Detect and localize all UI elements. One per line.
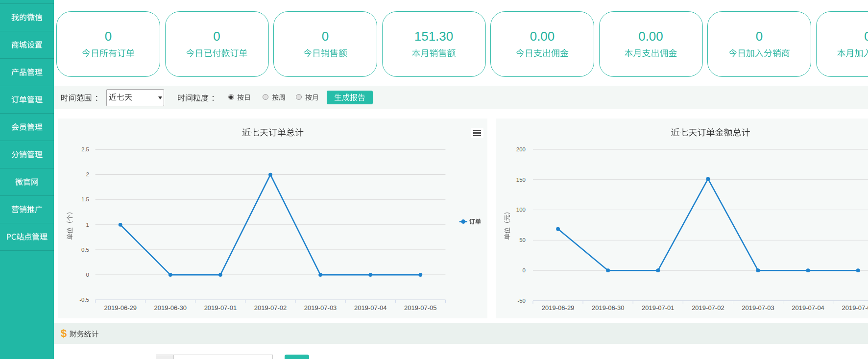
svg-text:-0.5: -0.5 (79, 297, 89, 303)
svg-text:2: 2 (86, 171, 89, 177)
svg-text:1.5: 1.5 (81, 196, 89, 202)
svg-text:150: 150 (516, 177, 526, 183)
svg-text:2019-07-01: 2019-07-01 (642, 304, 675, 311)
svg-text:2019-07-05: 2019-07-05 (842, 304, 868, 311)
svg-text:2019-07-05: 2019-07-05 (404, 304, 437, 311)
svg-text:2.5: 2.5 (81, 146, 89, 152)
svg-text:0: 0 (523, 267, 526, 273)
svg-text:50: 50 (519, 237, 526, 243)
svg-text:2019-07-04: 2019-07-04 (792, 304, 824, 311)
svg-text:2019-07-04: 2019-07-04 (354, 304, 387, 311)
svg-text:2019-06-29: 2019-06-29 (542, 304, 575, 311)
svg-text:2019-06-29: 2019-06-29 (104, 304, 137, 311)
svg-text:100: 100 (516, 207, 526, 213)
svg-text:2019-07-01: 2019-07-01 (204, 304, 237, 311)
svg-text:0.5: 0.5 (81, 247, 89, 253)
svg-text:200: 200 (516, 146, 526, 152)
svg-text:2019-07-02: 2019-07-02 (692, 304, 724, 311)
svg-text:2019-06-30: 2019-06-30 (154, 304, 187, 311)
svg-text:1: 1 (86, 222, 89, 228)
svg-text:2019-07-03: 2019-07-03 (742, 304, 774, 311)
svg-text:2019-06-30: 2019-06-30 (592, 304, 625, 311)
svg-text:2019-07-03: 2019-07-03 (304, 304, 337, 311)
svg-text:-50: -50 (517, 298, 526, 304)
svg-text:0: 0 (86, 272, 89, 278)
svg-text:2019-07-02: 2019-07-02 (254, 304, 287, 311)
